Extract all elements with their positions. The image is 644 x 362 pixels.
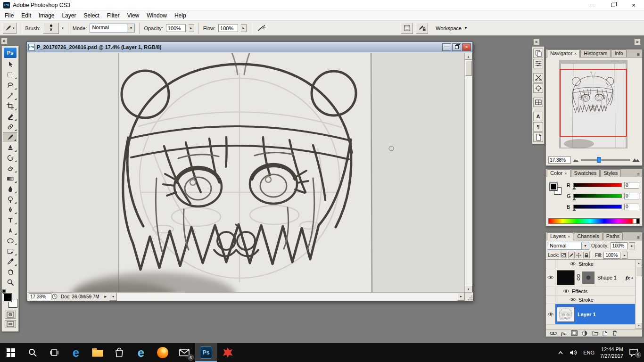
lock-position-button[interactable] — [576, 252, 582, 258]
tab-close-icon[interactable]: × — [574, 51, 577, 56]
scroll-thumb[interactable] — [636, 267, 642, 276]
close-button[interactable]: × — [623, 0, 644, 10]
tool-preset-picker[interactable]: ▾ — [3, 23, 17, 34]
status-clock-icon[interactable] — [51, 293, 58, 300]
channel-g-value[interactable]: 0 — [624, 193, 639, 199]
zoom-level-field[interactable]: 17.38% — [29, 293, 51, 300]
toggle-palettes-button[interactable] — [401, 23, 413, 34]
menu-item-help[interactable]: Help — [171, 11, 190, 20]
new-group-button[interactable] — [592, 330, 598, 336]
blend-mode-select[interactable]: Normal ▼ — [548, 242, 589, 250]
menu-item-select[interactable]: Select — [80, 11, 103, 20]
tab-swatches[interactable]: Swatches — [571, 169, 600, 177]
default-colors-icon[interactable] — [2, 289, 6, 293]
fill-spinner[interactable]: ► — [622, 252, 627, 259]
slider-thumb[interactable] — [572, 197, 576, 200]
move-tool[interactable] — [3, 59, 17, 70]
visibility-toggle[interactable] — [546, 296, 555, 304]
gradient-tool[interactable] — [3, 173, 17, 184]
new-layer-button[interactable] — [603, 330, 608, 336]
firefox-icon[interactable] — [152, 343, 173, 362]
zoom-in-icon[interactable] — [632, 157, 640, 163]
maximize-button[interactable] — [603, 0, 623, 10]
language-indicator[interactable]: ENG — [583, 350, 594, 355]
store-icon[interactable] — [108, 343, 130, 362]
grid-icon[interactable] — [533, 98, 543, 107]
delete-layer-button[interactable] — [612, 330, 618, 336]
effect-row[interactable]: Stroke — [546, 296, 635, 304]
layers-opacity-input[interactable]: 100% — [611, 242, 627, 249]
scroll-up-button[interactable]: ▲ — [636, 260, 642, 266]
crop-tool[interactable] — [3, 101, 17, 111]
doc-minimize-button[interactable] — [442, 43, 451, 51]
color-panel-menu-icon[interactable]: ≡ — [636, 172, 641, 177]
scroll-down-button[interactable]: ▼ — [636, 322, 642, 329]
foreground-swatch[interactable] — [550, 183, 557, 190]
opacity-spinner[interactable]: ► — [189, 24, 194, 32]
panel-dock-collapse-icon[interactable]: » — [634, 39, 641, 45]
menu-item-edit[interactable]: Edit — [17, 11, 35, 20]
clone-stamp-tool[interactable] — [3, 142, 17, 153]
layer-row[interactable]: Shape 1fx▲ — [546, 268, 635, 287]
navigator-zoom-field[interactable]: 17.38% — [548, 156, 571, 164]
shape-tool[interactable] — [3, 236, 17, 246]
tab-paths[interactable]: Paths — [603, 232, 623, 240]
brush-size-picker[interactable]: 9 — [43, 23, 59, 34]
healing-brush-tool[interactable] — [3, 122, 17, 132]
menu-item-file[interactable]: File — [1, 11, 17, 20]
type-tool[interactable]: T — [3, 215, 17, 225]
chevron-down-icon[interactable]: ▼ — [127, 24, 134, 32]
color-ramp[interactable] — [548, 218, 640, 224]
airbrush-toggle[interactable] — [256, 23, 268, 34]
v-scroll-thumb[interactable] — [465, 61, 472, 76]
visibility-toggle[interactable] — [546, 304, 555, 324]
flow-input[interactable]: 100% — [218, 24, 238, 32]
layer-style-button[interactable]: fx. — [561, 330, 567, 336]
pen-tool[interactable] — [3, 205, 17, 215]
channel-r-value[interactable]: 0 — [624, 182, 639, 189]
layers-opacity-spinner[interactable]: ► — [629, 242, 635, 249]
character-panel-icon[interactable]: A — [533, 112, 543, 121]
menu-item-filter[interactable]: Filter — [103, 11, 124, 20]
channel-b-value[interactable]: 0 — [624, 204, 639, 210]
add-mask-button[interactable] — [571, 330, 578, 336]
target-icon[interactable] — [533, 83, 543, 93]
zoom-slider-thumb[interactable] — [597, 157, 601, 163]
notification-icon[interactable]: 5 — [629, 348, 638, 357]
scroll-left-button[interactable]: ◄ — [109, 293, 117, 301]
opacity-input[interactable]: 100% — [166, 24, 186, 32]
photoshop-taskbar-icon[interactable]: Ps — [195, 343, 217, 362]
menu-item-image[interactable]: Image — [35, 11, 58, 20]
layers-scrollbar[interactable]: ▲ ▼ — [635, 260, 642, 329]
visibility-toggle[interactable] — [563, 289, 570, 293]
layer-thumbnail[interactable] — [557, 270, 575, 285]
menu-item-window[interactable]: Window — [143, 11, 171, 20]
tab-histogram[interactable]: Histogram — [580, 49, 611, 57]
zoom-slider[interactable] — [581, 157, 630, 163]
tab-color[interactable]: Color× — [547, 169, 570, 177]
quick-select-tool[interactable] — [3, 90, 17, 101]
hand-tool[interactable] — [3, 267, 17, 277]
channel-b-slider[interactable] — [573, 205, 622, 209]
channel-r-slider[interactable] — [573, 183, 622, 187]
quick-mask-button[interactable] — [5, 311, 16, 319]
task-view-button[interactable] — [43, 343, 65, 362]
doc-restore-button[interactable] — [452, 43, 461, 51]
document-panel-icon[interactable] — [533, 132, 543, 142]
red-app-icon[interactable] — [217, 343, 239, 362]
workspace-dropdown[interactable]: Workspace ▼ — [432, 23, 471, 33]
channel-g-slider[interactable] — [573, 194, 622, 198]
lock-image-button[interactable] — [568, 252, 575, 258]
tray-expand-icon[interactable] — [558, 351, 563, 354]
layer-row[interactable]: Layer 1 — [546, 304, 635, 325]
eyedropper-tool[interactable] — [3, 256, 17, 267]
blur-tool[interactable] — [3, 184, 17, 194]
eraser-tool[interactable] — [3, 163, 17, 173]
volume-icon[interactable] — [569, 349, 578, 356]
brush-picker-arrow-icon[interactable]: ▾ — [62, 26, 64, 30]
path-select-tool[interactable] — [3, 225, 17, 236]
file-explorer-icon[interactable] — [87, 343, 108, 362]
paragraph-panel-icon[interactable]: ¶ — [533, 122, 543, 132]
ie-icon[interactable]: e — [130, 343, 152, 362]
link-layers-button[interactable] — [550, 331, 557, 336]
